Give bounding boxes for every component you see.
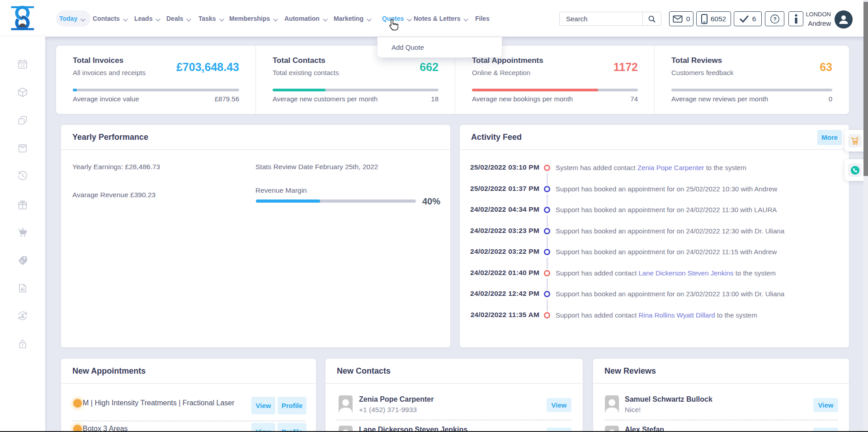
svg-text:?: ? bbox=[773, 16, 776, 22]
svg-text:12: 12 bbox=[20, 63, 25, 68]
